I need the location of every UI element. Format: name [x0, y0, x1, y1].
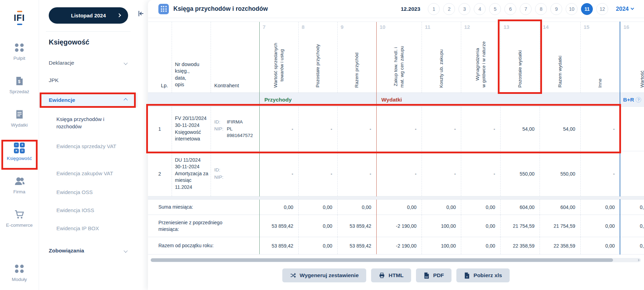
file-pdf-icon: PDF — [424, 272, 430, 279]
calculator-app-icon — [158, 4, 169, 14]
logo-text: IFI — [14, 13, 25, 23]
svg-text:x: x — [466, 275, 468, 278]
section-title: Księgowość — [49, 38, 89, 46]
page-title: Księga przychodów i rozchodów — [173, 5, 268, 13]
logo-blue-bar — [17, 24, 22, 25]
cart-icon — [14, 209, 25, 220]
table-row: 2 DU 11/2024 30-11-2024 Amortyzacja za m… — [148, 151, 644, 196]
month-button-9[interactable]: 9 — [550, 3, 562, 15]
modules-icon — [14, 264, 25, 274]
help-icon[interactable]: ? — [636, 97, 641, 103]
col-header-doc: Nr dowodu księg., data, opis — [172, 22, 211, 93]
col-header-13-highlighted: 13 Pozostałe wydatki — [500, 22, 540, 93]
main-panel: Księga przychodów i rozchodów 12.2023 1 … — [148, 0, 644, 290]
sidebar-item-firma[interactable]: Firma — [0, 176, 39, 198]
menu-item-deklaracje[interactable]: Deklaracje — [39, 60, 138, 66]
generate-report-button[interactable]: Wygeneruj zestawienie — [282, 268, 366, 282]
col-header-16: 16 Wartość — [620, 22, 644, 93]
sidebar-item-pulpit[interactable]: Pulpit — [0, 42, 39, 65]
submenu-item-ksiega-przychodow[interactable]: Księga przychodów i rozchodów — [39, 115, 138, 130]
submenu-item-ewidencja-ip-box[interactable]: Ewidencja IP BOX — [39, 225, 138, 232]
chevron-right-icon — [117, 13, 121, 17]
month-button-2[interactable]: 2 — [443, 3, 455, 15]
file-xls-icon: x — [464, 272, 470, 279]
month-button-7[interactable]: 7 — [520, 3, 532, 15]
printer-icon — [379, 272, 385, 279]
invoice-icon: $ — [14, 76, 25, 86]
doc-cell: FV 20/11/2024 30-11-2024 Księgowość inte… — [172, 107, 211, 151]
previous-period-label: 12.2023 — [401, 6, 420, 12]
submenu-item-ewidencja-oss[interactable]: Ewidencja OSS — [39, 188, 138, 196]
year-dropdown[interactable]: 2024 — [616, 6, 634, 12]
menu-item-ewidencje[interactable]: Ewidencje — [39, 93, 138, 107]
horizontal-scrollbar[interactable] — [151, 258, 641, 262]
icon-sidebar: IFI Pulpit $ Sprzedaż Wydatki Księgowość… — [0, 0, 39, 290]
sidebar-item-sprzedaz[interactable]: $ Sprzedaż — [0, 76, 39, 98]
col-header-15: 15 Inne — [580, 22, 620, 93]
menu-item-zobowiazania[interactable]: Zobowiązania — [39, 248, 138, 254]
footer-actions: Wygeneruj zestawienie HTML PDF PDF x Pob… — [148, 268, 644, 282]
group-label-wydatki: Wydatki — [376, 93, 620, 107]
month-button-6[interactable]: 6 — [504, 3, 516, 15]
divider — [46, 31, 131, 32]
submenu-item-ewidencja-zakupow-vat[interactable]: Ewidencja zakupów VAT — [39, 170, 138, 177]
doc-cell: DU 11/2024 30-11-2024 Amortyzacja za mie… — [172, 151, 211, 196]
chevron-down-icon — [124, 61, 127, 65]
dashboard-grid-icon — [14, 42, 25, 53]
collapse-sidebar-button[interactable] — [137, 10, 145, 19]
chevron-up-icon — [124, 98, 127, 102]
chevron-down-icon — [124, 249, 127, 252]
table-header-row: Lp. Nr dowodu księg., data, opis Kontrah… — [148, 22, 644, 93]
month-button-12[interactable]: 12 — [596, 3, 608, 15]
ledger-table: Lp. Nr dowodu księg., data, opis Kontrah… — [148, 22, 644, 255]
logo-orange-bar — [17, 11, 22, 12]
col-header-10: 10 Zakup tow. handl. i mat. wg cen zakup… — [376, 22, 422, 93]
col-header-14: 14 Razem wydatki — [540, 22, 580, 93]
sidebar-item-ecommerce[interactable]: E-commerce — [0, 209, 39, 232]
scrollbar-thumb[interactable] — [151, 258, 613, 262]
month-button-1[interactable]: 1 — [428, 3, 440, 15]
col-header-9: 9 Razem przychód — [337, 22, 376, 93]
page-header: Księga przychodów i rozchodów 12.2023 1 … — [148, 0, 644, 18]
menu-item-jpk[interactable]: JPK — [39, 77, 138, 83]
summary-row-year-total: Razem od początku roku: 53 859,42 0,00 5… — [148, 237, 644, 255]
month-button-8[interactable]: 8 — [535, 3, 547, 15]
month-button-3[interactable]: 3 — [458, 3, 470, 15]
month-button-4[interactable]: 4 — [474, 3, 486, 15]
table-gap — [148, 196, 644, 200]
group-label-przychody: Przychody — [259, 93, 376, 107]
month-selector-button[interactable]: Listopad 2024 — [49, 7, 128, 24]
sidebar-item-ksiegowosc[interactable]: Księgowość — [0, 143, 39, 165]
col-header-kontrahent: Kontrahent — [211, 22, 259, 93]
month-pager: 1 2 3 4 5 6 7 8 9 10 11 12 — [428, 3, 608, 15]
summary-row-month: Suma miesiąca: 0,00 0,00 0,00 0,00 0,00 … — [148, 200, 644, 215]
app-logo: IFI — [14, 4, 25, 31]
scrollbar-arrow-right[interactable] — [638, 259, 640, 261]
chevron-down-icon — [631, 7, 634, 10]
col-header-lp: Lp. — [148, 22, 172, 93]
summary-row-carryover: Przeniesienie z poprzedniego miesiąca: 5… — [148, 215, 644, 237]
col-header-8: 8 Pozostałe przychody — [298, 22, 337, 93]
submenu-item-ewidencja-sprzedazy-vat[interactable]: Ewidencja sprzedaży VAT — [39, 143, 138, 150]
month-button-5[interactable]: 5 — [489, 3, 501, 15]
month-button-11-active[interactable]: 11 — [581, 3, 593, 15]
submenu-item-ewidencja-ioss[interactable]: Ewidencja IOSS — [39, 207, 138, 214]
table-row: 1 FV 20/11/2024 30-11-2024 Księgowość in… — [148, 107, 644, 151]
sidebar-item-moduly[interactable]: Moduły — [0, 264, 39, 286]
html-print-button[interactable]: HTML — [371, 268, 411, 282]
col-header-11: 11 Koszty ub. zakupu — [422, 22, 461, 93]
group-header-row: Przychody Wydatki B+R? — [148, 93, 644, 107]
ledger-table-wrap: Lp. Nr dowodu księg., data, opis Kontrah… — [148, 22, 644, 255]
kontrahent-cell: ID: NIP: — [211, 151, 259, 196]
calculator-icon — [14, 143, 25, 153]
download-xls-button[interactable]: x Pobierz xls — [456, 268, 510, 282]
people-icon — [14, 176, 25, 186]
pdf-button[interactable]: PDF PDF — [416, 268, 451, 282]
sidebar-item-wydatki[interactable]: Wydatki — [0, 109, 39, 131]
svg-text:PDF: PDF — [425, 276, 429, 278]
receipt-icon — [14, 109, 25, 120]
kontrahent-cell: ID: IFIRMA NIP: PL 8981647572 — [211, 107, 259, 151]
group-label-br: B+R? — [620, 93, 644, 107]
shuffle-icon — [290, 272, 296, 279]
month-button-10[interactable]: 10 — [566, 3, 578, 15]
